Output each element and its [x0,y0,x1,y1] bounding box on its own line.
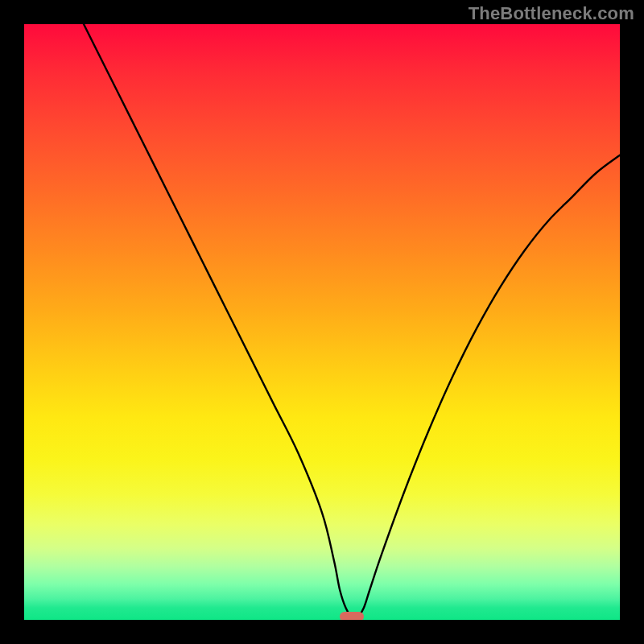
chart-frame: TheBottleneck.com [0,0,644,644]
bottleneck-curve [24,24,620,620]
watermark-text: TheBottleneck.com [469,3,634,24]
plot-area [24,24,620,620]
optimum-marker [340,612,364,620]
